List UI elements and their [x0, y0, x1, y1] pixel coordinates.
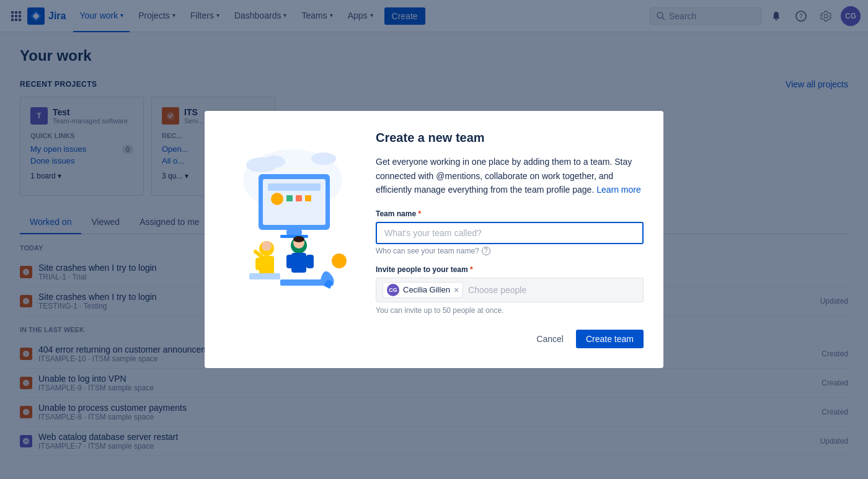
info-icon[interactable]: ?	[482, 247, 490, 255]
invite-label: Invite people to your team *	[376, 265, 644, 274]
team-name-label: Team name *	[376, 209, 644, 218]
svg-rect-42	[255, 258, 263, 270]
invite-tag-cecilia: CG Cecilia Gillen ×	[383, 282, 463, 298]
svg-point-53	[332, 253, 347, 268]
modal-footer: Cancel Create team	[376, 330, 644, 348]
modal-title: Create a new team	[376, 131, 644, 145]
svg-point-29	[263, 156, 285, 168]
svg-rect-33	[268, 183, 321, 191]
cancel-button[interactable]: Cancel	[529, 330, 571, 348]
invite-field[interactable]: CG Cecilia Gillen × Choose people	[376, 278, 644, 302]
svg-rect-48	[306, 255, 314, 268]
svg-rect-47	[286, 255, 294, 268]
invite-hint: You can invite up to 50 people at once.	[376, 306, 644, 315]
modal-overlay[interactable]: Create a new team Get everyone working i…	[0, 0, 868, 471]
svg-point-50	[293, 236, 304, 242]
invite-placeholder: Choose people	[468, 285, 526, 295]
remove-tag-button[interactable]: ×	[454, 286, 459, 294]
svg-rect-35	[286, 195, 293, 201]
create-team-button[interactable]: Create team	[576, 330, 644, 348]
learn-more-link[interactable]: Learn more	[596, 185, 641, 195]
svg-point-34	[271, 193, 283, 205]
modal-form: Create a new team Get everyone working i…	[376, 131, 644, 348]
modal-illustration	[224, 131, 361, 348]
create-team-modal: Create a new team Get everyone working i…	[205, 111, 663, 367]
invite-tag-name: Cecilia Gillen	[403, 285, 450, 294]
svg-point-44	[262, 241, 272, 251]
team-name-hint: Who can see your team name? ?	[376, 247, 644, 255]
svg-rect-38	[286, 230, 302, 235]
svg-rect-36	[296, 195, 302, 201]
svg-rect-51	[249, 273, 280, 279]
svg-point-30	[311, 152, 336, 165]
invite-tag-avatar: CG	[387, 284, 399, 296]
svg-rect-37	[305, 195, 311, 201]
team-name-input[interactable]	[376, 222, 644, 244]
modal-description: Get everyone working in one place by add…	[376, 155, 644, 196]
